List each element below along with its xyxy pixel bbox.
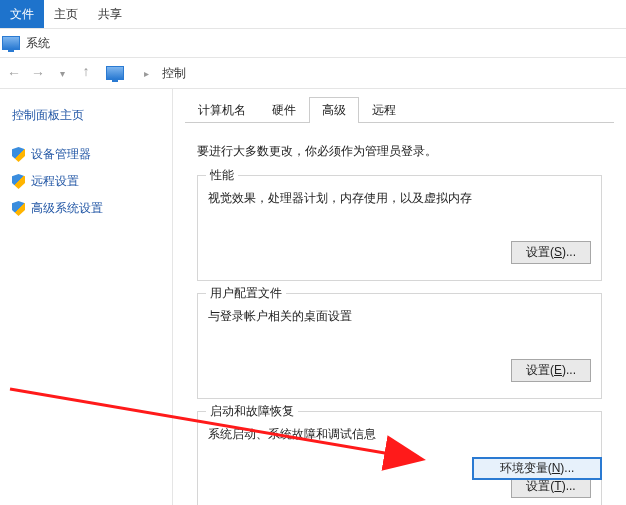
sidebar-item-label: 远程设置 bbox=[31, 173, 79, 190]
shield-icon bbox=[12, 147, 25, 162]
system-icon bbox=[2, 36, 20, 50]
sidebar-item-label: 高级系统设置 bbox=[31, 200, 103, 217]
title-text: 系统 bbox=[26, 35, 50, 52]
sidebar-item-label: 设备管理器 bbox=[31, 146, 91, 163]
tab-computer-name[interactable]: 计算机名 bbox=[185, 97, 259, 123]
breadcrumb-system-icon bbox=[106, 66, 124, 80]
navigation-bar: ← → ▾ ↑ ▸ 控制 bbox=[0, 58, 626, 89]
ribbon-tab-share[interactable]: 共享 bbox=[88, 0, 132, 28]
left-panel: 控制面板主页 设备管理器 远程设置 高级系统设置 bbox=[0, 89, 173, 505]
sidebar-item-device-manager[interactable]: 设备管理器 bbox=[12, 146, 160, 163]
explorer-ribbon-tabs: 文件 主页 共享 bbox=[0, 0, 626, 28]
group-legend: 性能 bbox=[206, 167, 238, 184]
group-description: 视觉效果，处理器计划，内存使用，以及虚拟内存 bbox=[198, 176, 601, 207]
nav-up-icon[interactable]: ↑ bbox=[78, 63, 94, 79]
group-legend: 启动和故障恢复 bbox=[206, 403, 298, 420]
ribbon-tab-home[interactable]: 主页 bbox=[44, 0, 88, 28]
nav-forward-icon[interactable]: → bbox=[30, 65, 46, 81]
group-user-profiles: 用户配置文件 与登录帐户相关的桌面设置 设置(E)... bbox=[197, 293, 602, 399]
dialog-tabs: 计算机名 硬件 高级 远程 bbox=[185, 97, 614, 123]
group-legend: 用户配置文件 bbox=[206, 285, 286, 302]
sidebar-item-remote-settings[interactable]: 远程设置 bbox=[12, 173, 160, 190]
control-panel-home-link[interactable]: 控制面板主页 bbox=[12, 107, 160, 124]
breadcrumb-caret-icon[interactable]: ▸ bbox=[138, 68, 154, 79]
tab-advanced[interactable]: 高级 bbox=[309, 97, 359, 123]
admin-note: 要进行大多数更改，你必须作为管理员登录。 bbox=[197, 143, 437, 160]
system-properties-panel: 计算机名 硬件 高级 远程 要进行大多数更改，你必须作为管理员登录。 性能 视觉… bbox=[173, 89, 626, 505]
environment-variables-button[interactable]: 环境变量(N)... bbox=[472, 457, 602, 480]
title-row: 系统 bbox=[0, 28, 626, 58]
content-body: 控制面板主页 设备管理器 远程设置 高级系统设置 计算机名 硬件 高级 远程 要… bbox=[0, 89, 626, 505]
breadcrumb-text[interactable]: 控制 bbox=[162, 65, 186, 82]
environment-variables-row: 环境变量(N)... bbox=[472, 457, 602, 480]
shield-icon bbox=[12, 174, 25, 189]
nav-history-dropdown-icon[interactable]: ▾ bbox=[54, 68, 70, 79]
group-performance: 性能 视觉效果，处理器计划，内存使用，以及虚拟内存 设置(S)... bbox=[197, 175, 602, 281]
tab-remote[interactable]: 远程 bbox=[359, 97, 409, 123]
nav-back-icon[interactable]: ← bbox=[6, 65, 22, 81]
sidebar-item-advanced-system-settings[interactable]: 高级系统设置 bbox=[12, 200, 160, 217]
shield-icon bbox=[12, 201, 25, 216]
tab-hardware[interactable]: 硬件 bbox=[259, 97, 309, 123]
ribbon-tab-file[interactable]: 文件 bbox=[0, 0, 44, 28]
performance-settings-button[interactable]: 设置(S)... bbox=[511, 241, 591, 264]
user-profiles-settings-button[interactable]: 设置(E)... bbox=[511, 359, 591, 382]
